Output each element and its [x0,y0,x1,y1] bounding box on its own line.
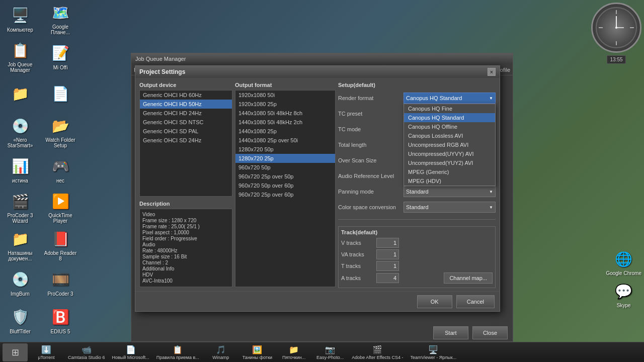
track-section: Track(default) V tracks VA tracks T trac… [338,226,496,288]
desktop-icon-istina[interactable]: 📊 истина [0,151,40,189]
color-space-label: Color space conversion [338,204,404,210]
desktop-icon-blufftitler[interactable]: 🅱️ EDIUS 5 [40,302,80,339]
list-item[interactable]: 960x720 50p over 60p [235,181,335,190]
desktop-icon-watch-folder[interactable]: 📂 Watch Folder Setup [40,113,80,151]
channel-map-button[interactable]: Channel map... [444,273,493,284]
dropdown-item[interactable]: MPEG (Generic) [404,167,495,176]
dialog-body: Output device Generic OHCI HD 60Hz Gener… [135,78,500,291]
list-item[interactable]: Generic OHCI SD 24Hz [140,136,232,145]
taskbar-item-camtasia[interactable]: 📹 Camtasia Studio 6 [65,343,108,361]
description-label: Description [139,201,232,207]
setup-panel: Setup(default) Render format Canopus HQ … [338,82,496,287]
list-item[interactable]: Generic OHCI SD NTSC [140,118,232,127]
taskbar-item-easy-photo[interactable]: 📷 Easy-Photo... [312,343,348,361]
list-item-selected[interactable]: 644x362 25p [235,154,335,163]
va-tracks-input[interactable] [376,249,399,259]
desktop-icon-quicktime[interactable]: ▶️ QuickTime Player [40,189,80,226]
t-tracks-input[interactable] [376,261,399,271]
list-item[interactable]: Generic OHCI HD 60Hz [140,90,232,100]
desktop-icon-job-queue[interactable]: 📋 Job Queue Manager [0,38,40,75]
cancel-button[interactable]: Cancel [456,295,495,308]
right-side-icons: 🌐 Google Chrome 💬 Skype [603,246,644,311]
t-tracks-label: T tracks [341,263,376,269]
dropdown-item[interactable]: Uncompressed(UYVY) AVI [404,149,495,158]
taskbar-item-rules[interactable]: 📋 Правила приема в... [153,343,202,361]
panning-mode-label: Panning mode [338,189,404,195]
list-item[interactable]: 644x362 50p [235,145,335,154]
desktop-icon-ms-word[interactable]: 📝 Mi Offi [40,38,80,75]
taskbar-start[interactable]: ⊞ [3,343,28,361]
list-item[interactable]: Generic OHCI SD PAL [140,127,232,136]
color-space-arrow-icon: ▼ [489,205,493,210]
desktop-icon-ms-word2[interactable]: 📄 [40,75,80,113]
description-box: Video Frame size : 644 x 362 Frame rate… [139,209,232,287]
ok-button[interactable]: OK [417,295,452,308]
desktop-icon-natasha[interactable]: 📁 Наташины докумен... [0,226,40,264]
dropdown-item[interactable]: Canopus Lossless AVI [404,131,495,140]
start-button[interactable]: Start [433,326,468,339]
desktop-icon-avast[interactable]: 🛡️ BluffTitler [0,302,40,339]
tc-mode-label: TC mode [338,126,404,132]
list-item[interactable]: 1440x1080 50i 48kHz 2ch [235,118,335,127]
list-item[interactable]: 960x720 25p over 60p [235,190,335,199]
list-item-selected[interactable]: Generic OHCI HD 50Hz [140,100,232,109]
va-tracks-row: VA tracks [341,249,493,259]
desktop: 🖥️ Компьютер 🗺️ Google Планe... 📋 Job Qu… [0,0,644,362]
desktop-icon-nes[interactable]: 🎮 нес [40,151,80,189]
v-tracks-input[interactable] [376,238,399,248]
desktop-icon-computer[interactable]: 🖥️ Компьютер [0,0,40,38]
list-item[interactable]: 1920x1080 50i [235,90,335,100]
desktop-icon-skype[interactable]: 💬 Skype [611,279,636,311]
a-tracks-input[interactable] [376,273,399,283]
total-length-label: Total length [338,142,404,148]
dropdown-item[interactable]: MPEG (HDV) [404,176,495,186]
taskbar-item-tanyas[interactable]: 🖼️ Танины фотки [239,343,275,361]
t-tracks-row: T tracks [341,261,493,271]
output-device-panel: Output device Generic OHCI HD 60Hz Gener… [139,82,232,287]
close-button[interactable]: Close [472,326,508,339]
desktop-icon-adobe-reader[interactable]: 📕 Adobe Reader 8 [40,226,80,264]
desktop-icon-nero[interactable]: 💿 «Nero StarSmart» [0,113,40,151]
desktop-icon-google-maps[interactable]: 🗺️ Google Планe... [40,0,80,38]
output-device-list[interactable]: Generic OHCI HD 60Hz Generic OHCI HD 50H… [139,90,232,197]
color-space-dropdown[interactable]: Standard ▼ [404,202,496,213]
taskbar-item-winamp[interactable]: 🎵 Winamp [203,343,238,361]
list-item[interactable]: 1440x1080 50i 48kHz 8ch [235,109,335,118]
dropdown-item-selected[interactable]: Canopus HQ Standard [404,113,495,122]
dialog-title: Project Settings [139,68,185,75]
dialog-titlebar: Project Settings × [135,66,500,78]
taskbar-item-adobe-after[interactable]: 🎬 Adobe After Effects CS4 - [349,343,406,361]
output-format-list[interactable]: 1920x1080 50i 1920x1080 25p 1440x1080 50… [235,90,336,287]
desktop-icon-imgburn[interactable]: 💿 ImgBurn [0,264,40,302]
dropdown-item[interactable]: Canopus HQ Fine [404,104,495,113]
list-item[interactable]: 960x720 25p over 50p [235,172,335,181]
dialog-close-button[interactable]: × [488,68,496,76]
list-item[interactable]: 1440x1080 25p over 50i [235,136,335,145]
render-format-button[interactable]: Canopus HQ Standard ▼ [404,93,496,104]
dropdown-item[interactable]: Uncompressed(YUY2) AVI [404,158,495,167]
panning-mode-dropdown[interactable]: Standard ▼ [404,186,496,197]
taskbar-item-pyatochkin[interactable]: 📁 Пяточкин... [276,343,311,361]
desktop-icon-procoder[interactable]: 🎬 ProCoder 3 Wizard [0,189,40,226]
list-item[interactable]: Generic OHCI HD 24Hz [140,109,232,118]
v-tracks-label: V tracks [341,240,376,246]
dropdown-item[interactable]: Canopus HQ Offline [404,122,495,131]
taskbar-item-teamviewer[interactable]: 🖥️ TeamViewer - Ярлык... [408,343,460,361]
list-item[interactable]: 1920x1080 25p [235,100,335,109]
list-item[interactable]: 1440x1080 25p [235,127,335,136]
desktop-icon-chrome[interactable]: 🌐 Google Chrome [603,246,644,279]
list-item[interactable]: 960x720 50p [235,163,335,172]
audio-ref-label: Audio Reference Level [338,173,404,179]
render-format-dropdown-menu[interactable]: Canopus HQ Fine Canopus HQ Standard Cano… [404,104,496,186]
desktop-icon-procoder3[interactable]: 🎞️ ProCoder 3 [40,264,80,302]
app-titlebar: Job Queue Manager [131,53,513,64]
desktop-icon-folder[interactable]: 📁 [0,75,40,113]
track-title: Track(default) [341,229,493,235]
clock-time: 13:55 [607,55,625,64]
clock-widget [591,3,641,53]
dropdown-item[interactable]: Uncompressed RGB AVI [404,140,495,149]
taskbar-item-new-word[interactable]: 📄 Новый Microsoft... [109,343,152,361]
taskbar-item-utorrent[interactable]: ⬇️ μTorrent [29,343,64,361]
over-scan-label: Over Scan Size [338,157,404,163]
output-format-panel: Output format 1920x1080 50i 1920x1080 25… [235,82,336,287]
